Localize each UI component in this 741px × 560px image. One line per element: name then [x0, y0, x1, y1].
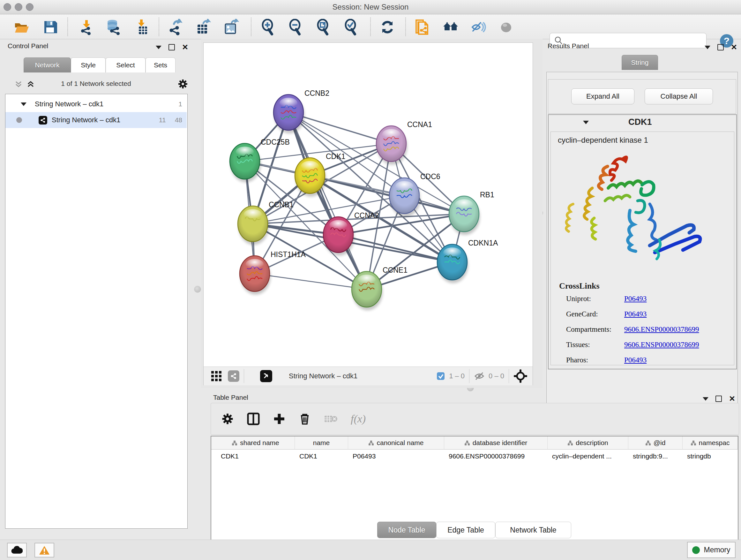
toolbar-separator — [67, 17, 68, 36]
column-header-description[interactable]: description — [548, 436, 628, 449]
import-network-database-icon[interactable] — [104, 18, 122, 36]
crosslink-row: Compartments:9606.ENSP00000378699 — [566, 325, 732, 334]
entry-collapse-icon[interactable] — [583, 121, 589, 124]
tab-edge-table[interactable]: Edge Table — [436, 522, 495, 538]
save-session-icon[interactable] — [42, 18, 59, 36]
export-table-icon[interactable] — [194, 18, 212, 36]
panel-float-icon[interactable] — [718, 44, 724, 51]
status-bar: Memory — [0, 540, 741, 560]
network-canvas[interactable]: CCNB2CCNA1CDC25BCDK1CDC6RB1CCNB1CCNA2CDK… — [204, 43, 533, 367]
share-view-icon[interactable] — [228, 370, 239, 382]
network-node-CCNA1[interactable]: CCNA1 — [376, 120, 432, 165]
warning-button[interactable] — [35, 543, 54, 557]
hidden-eye-icon[interactable] — [474, 371, 485, 381]
tab-sets[interactable]: Sets — [145, 57, 176, 72]
panel-close-icon[interactable]: ✕ — [731, 45, 737, 50]
table-cell[interactable]: CDK1 — [295, 449, 348, 463]
network-options-gear-icon[interactable] — [178, 78, 188, 89]
birdseye-navigator-icon[interactable] — [514, 369, 528, 383]
crosslink-value[interactable]: 9606.ENSP00000378699 — [624, 341, 699, 349]
panel-float-icon[interactable] — [169, 44, 175, 51]
node-label: CCNB2 — [305, 89, 329, 98]
panel-menu-icon[interactable] — [704, 46, 711, 49]
import-network-file-icon[interactable] — [77, 18, 95, 36]
column-header-shared-name[interactable]: shared name — [216, 436, 295, 449]
network-label: String Network – cdk1 — [52, 116, 120, 124]
network-edge[interactable] — [310, 176, 464, 214]
collection-count: 1 — [179, 100, 182, 108]
open-file-icon[interactable] — [13, 18, 30, 36]
tab-select[interactable]: Select — [106, 57, 145, 72]
panel-float-icon[interactable] — [716, 395, 722, 402]
table-settings-gear-icon[interactable] — [221, 413, 234, 425]
table-cell[interactable]: 9606.ENSP00000378699 — [444, 449, 548, 463]
network-row-selected[interactable]: String Network – cdk1 11 48 — [5, 112, 187, 128]
home-layout-icon[interactable] — [442, 18, 460, 36]
show-eye-icon[interactable] — [497, 18, 515, 36]
tab-string[interactable]: String — [622, 55, 658, 70]
crosslink-value[interactable]: P06493 — [624, 356, 647, 364]
tab-node-table[interactable]: Node Table — [377, 522, 436, 538]
left-splitter-grip[interactable] — [194, 286, 201, 293]
panel-close-icon[interactable]: ✕ — [729, 396, 735, 401]
network-node-CCNB2[interactable]: CCNB2 — [273, 89, 329, 133]
column-header--id[interactable]: @id — [628, 436, 683, 449]
tab-network-table[interactable]: Network Table — [495, 522, 571, 538]
column-type-icon — [368, 440, 374, 446]
zoom-out-icon[interactable] — [286, 18, 305, 36]
network-toolbar: String Network – cdk1 1 – 0 0 – 0 — [204, 367, 533, 385]
memory-button[interactable]: Memory — [687, 542, 736, 558]
network-node-CDC6[interactable]: CDC6 — [389, 172, 441, 217]
column-header-canonical-name[interactable]: canonical name — [348, 436, 444, 449]
network-collection-row[interactable]: String Network – cdk1 1 — [5, 96, 187, 112]
panel-close-icon[interactable]: ✕ — [182, 45, 188, 50]
table-cell[interactable]: stringdb:9... — [628, 449, 683, 463]
delete-table-icon[interactable] — [324, 414, 338, 424]
table-cell[interactable]: cyclin–dependent ... — [548, 449, 628, 463]
export-image-icon[interactable] — [222, 18, 240, 36]
crosslink-value[interactable]: P06493 — [624, 310, 647, 318]
apply-function-icon[interactable]: f(x) — [351, 413, 366, 425]
export-network-icon[interactable] — [167, 18, 185, 36]
open-in-window-icon[interactable] — [260, 370, 272, 382]
zoom-in-icon[interactable] — [259, 18, 277, 36]
toggle-columns-icon[interactable] — [247, 412, 260, 426]
network-node-CDKN1A[interactable]: CDKN1A — [437, 239, 498, 283]
crosslink-value[interactable]: 9606.ENSP00000378699 — [624, 325, 699, 334]
grid-view-icon[interactable] — [211, 370, 222, 382]
table-toolbar: f(x) — [211, 403, 739, 435]
collection-expand-icon[interactable] — [21, 103, 26, 106]
table-cell[interactable]: stringdb — [683, 449, 738, 463]
expand-all-button[interactable]: Expand All — [571, 88, 634, 105]
panel-menu-icon[interactable] — [703, 397, 709, 401]
column-header-database-identifier[interactable]: database identifier — [444, 436, 548, 449]
crosslinks-list: Uniprot:P06493GeneCard:P06493Compartment… — [566, 295, 732, 371]
selected-checkbox-icon[interactable] — [436, 372, 445, 381]
cloud-status-button[interactable] — [7, 543, 27, 557]
memory-status-dot — [692, 546, 700, 554]
panel-menu-icon[interactable] — [156, 46, 161, 49]
network-node-HIST1H1A[interactable]: HIST1H1A — [240, 250, 306, 295]
add-column-icon[interactable] — [273, 413, 286, 425]
table-cell[interactable]: CDK1 — [216, 449, 295, 463]
network-edge[interactable] — [255, 273, 367, 289]
tab-style[interactable]: Style — [71, 57, 106, 72]
table-cell[interactable]: P06493 — [348, 449, 444, 463]
zoom-selected-icon[interactable] — [342, 18, 360, 36]
zoom-fit-icon[interactable] — [314, 18, 332, 36]
network-edge[interactable] — [288, 112, 367, 289]
network-node-CCNE1[interactable]: CCNE1 — [352, 266, 408, 310]
window-title: Session: New Session — [0, 0, 741, 14]
column-header-namespac[interactable]: namespac — [683, 436, 738, 449]
crosslink-value[interactable]: P06493 — [624, 295, 647, 303]
string-import-icon[interactable] — [413, 18, 431, 36]
import-table-file-icon[interactable] — [134, 18, 151, 36]
refresh-view-icon[interactable] — [379, 18, 396, 36]
hide-glasses-icon[interactable] — [469, 18, 487, 36]
network-node-RB1[interactable]: RB1 — [449, 191, 494, 235]
delete-column-icon[interactable] — [298, 413, 311, 425]
collapse-all-button[interactable]: Collapse All — [645, 88, 713, 105]
tab-network[interactable]: Network — [23, 57, 71, 72]
column-header-name[interactable]: name — [295, 436, 348, 449]
node-label: CCNA2 — [354, 211, 379, 220]
